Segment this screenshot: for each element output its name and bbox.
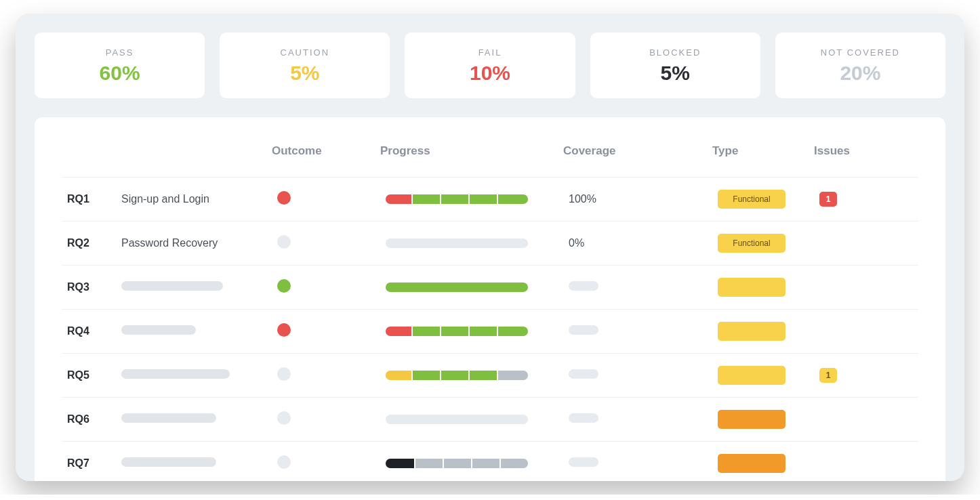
- outcome-dot: [277, 455, 291, 469]
- outcome-dot: [277, 191, 291, 205]
- requirement-name: [116, 398, 272, 442]
- stat-label: CAUTION: [226, 47, 383, 58]
- requirement-id: RQ4: [62, 310, 116, 354]
- stat-card-notcovered[interactable]: NOT COVERED 20%: [775, 33, 945, 98]
- stat-label: NOT COVERED: [782, 47, 939, 58]
- table-row[interactable]: RQ7: [62, 442, 918, 482]
- stat-card-blocked[interactable]: BLOCKED 5%: [590, 33, 760, 98]
- stat-value: 20%: [782, 62, 939, 85]
- progress-bar: [386, 459, 528, 468]
- progress-segment: [471, 459, 499, 468]
- stat-value: 5%: [597, 62, 754, 85]
- stat-card-pass[interactable]: PASS 60%: [35, 33, 205, 98]
- type-badge[interactable]: [718, 454, 785, 473]
- table-row[interactable]: RQ5 1: [62, 354, 918, 398]
- col-issues[interactable]: Issues: [814, 144, 918, 178]
- progress-bar: [386, 415, 528, 424]
- progress-segment: [386, 327, 411, 336]
- col-type[interactable]: Type: [712, 144, 814, 178]
- outcome-dot: [277, 279, 291, 293]
- text-placeholder: [121, 325, 196, 335]
- issues-cell: 1: [814, 178, 918, 222]
- coverage-cell: [563, 354, 712, 398]
- issue-badge[interactable]: 1: [819, 368, 837, 383]
- stat-card-fail[interactable]: FAIL 10%: [405, 33, 575, 98]
- issue-badge[interactable]: 1: [819, 192, 837, 207]
- progress-segment: [468, 194, 497, 204]
- progress-segment: [440, 327, 468, 336]
- issues-cell: [814, 442, 918, 482]
- stat-label: PASS: [41, 47, 198, 58]
- requirement-id: RQ1: [62, 178, 116, 222]
- type-badge[interactable]: [718, 366, 785, 385]
- progress-segment: [386, 371, 411, 380]
- progress-bar: [386, 194, 528, 204]
- progress-segment: [468, 371, 497, 380]
- stat-label: BLOCKED: [597, 47, 754, 58]
- progress-segment: [386, 238, 528, 248]
- requirement-id: RQ7: [62, 442, 116, 482]
- outcome-dot: [277, 411, 291, 425]
- table-row[interactable]: RQ3: [62, 266, 918, 310]
- coverage-cell: 100%: [563, 178, 712, 222]
- table-header-row: Outcome Progress Coverage Type Issues: [62, 144, 918, 178]
- progress-bar: [386, 238, 528, 248]
- text-placeholder: [569, 325, 598, 335]
- issues-cell: [814, 398, 918, 442]
- outcome-dot: [277, 367, 291, 381]
- text-placeholder: [121, 281, 223, 291]
- progress-segment: [440, 371, 468, 380]
- progress-segment: [440, 194, 468, 204]
- progress-segment: [497, 327, 528, 336]
- progress-segment: [468, 327, 497, 336]
- progress-segment: [497, 194, 528, 204]
- text-placeholder: [121, 369, 230, 379]
- stat-value: 10%: [411, 62, 568, 85]
- text-placeholder: [121, 457, 216, 467]
- stat-card-caution[interactable]: CAUTION 5%: [220, 33, 390, 98]
- stat-value: 60%: [41, 62, 198, 85]
- requirement-name: [116, 442, 272, 482]
- col-outcome[interactable]: Outcome: [272, 144, 380, 178]
- stats-row: PASS 60% CAUTION 5% FAIL 10% BLOCKED 5% …: [35, 33, 945, 98]
- type-badge[interactable]: [718, 278, 785, 297]
- dashboard-panel: PASS 60% CAUTION 5% FAIL 10% BLOCKED 5% …: [16, 14, 964, 481]
- type-badge[interactable]: Functional: [718, 190, 785, 209]
- type-badge[interactable]: [718, 322, 785, 341]
- type-badge[interactable]: Functional: [718, 234, 785, 253]
- requirement-id: RQ5: [62, 354, 116, 398]
- coverage-cell: [563, 442, 712, 482]
- text-placeholder: [569, 413, 598, 423]
- coverage-cell: 0%: [563, 222, 712, 266]
- stat-value: 5%: [226, 62, 383, 85]
- requirement-id: RQ2: [62, 222, 116, 266]
- progress-segment: [386, 283, 528, 292]
- table-row[interactable]: RQ1Sign-up and Login100%Functional1: [62, 178, 918, 222]
- progress-segment: [386, 194, 411, 204]
- progress-segment: [411, 327, 440, 336]
- table-row[interactable]: RQ4: [62, 310, 918, 354]
- col-coverage[interactable]: Coverage: [563, 144, 712, 178]
- requirement-name: [116, 354, 272, 398]
- table-row[interactable]: RQ2Password Recovery0%Functional: [62, 222, 918, 266]
- issues-cell: [814, 266, 918, 310]
- progress-segment: [386, 459, 414, 468]
- progress-bar: [386, 327, 528, 336]
- requirements-table-card: Outcome Progress Coverage Type Issues RQ…: [35, 117, 945, 481]
- col-progress[interactable]: Progress: [380, 144, 563, 178]
- coverage-cell: [563, 398, 712, 442]
- issues-cell: [814, 222, 918, 266]
- requirement-id: RQ6: [62, 398, 116, 442]
- issues-cell: [814, 310, 918, 354]
- type-badge[interactable]: [718, 410, 785, 429]
- progress-segment: [414, 459, 443, 468]
- progress-segment: [443, 459, 471, 468]
- progress-segment: [411, 371, 440, 380]
- progress-segment: [386, 415, 528, 424]
- stat-label: FAIL: [411, 47, 568, 58]
- progress-segment: [411, 194, 440, 204]
- text-placeholder: [569, 281, 598, 291]
- table-row[interactable]: RQ6: [62, 398, 918, 442]
- progress-segment: [499, 459, 528, 468]
- progress-bar: [386, 283, 528, 292]
